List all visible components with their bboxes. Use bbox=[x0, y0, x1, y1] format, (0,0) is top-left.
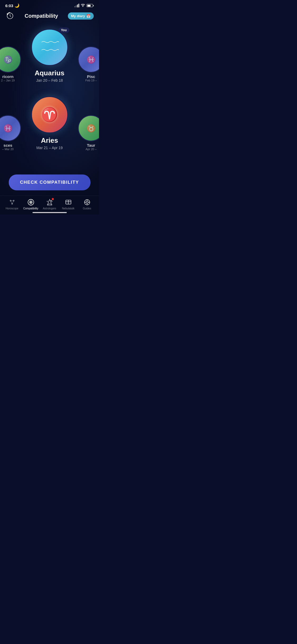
zodiac-pisces-top[interactable]: ♓ Pisc Feb 19 – bbox=[78, 46, 99, 82]
cta-section: CHECK COMPATIBILITY bbox=[0, 169, 99, 196]
pisces-bottom-symbol: ♓ bbox=[3, 124, 13, 133]
capricorn-name: ricorn bbox=[2, 74, 14, 79]
svg-point-0 bbox=[83, 6, 83, 7]
nebulatalk-label: Nebulatalk bbox=[62, 207, 74, 210]
header: Compatibility My diary 📅 bbox=[0, 9, 99, 24]
zodiac-aries-center[interactable]: ♈ Aries Mar 21 – Apr 19 bbox=[31, 96, 68, 150]
page-title: Compatibility bbox=[25, 13, 58, 19]
pisces-bottom-dates: – Mar 20 bbox=[2, 148, 13, 151]
aquarius-orb: You bbox=[31, 29, 68, 66]
guides-icon bbox=[83, 199, 91, 206]
moon-icon: 🌙 bbox=[15, 3, 20, 8]
zodiac-pisces-bottom[interactable]: ♓ sces – Mar 20 bbox=[0, 115, 21, 151]
svg-point-10 bbox=[30, 202, 31, 203]
aries-orb: ♈ bbox=[31, 96, 68, 133]
compatibility-icon bbox=[27, 199, 35, 206]
my-diary-button[interactable]: My diary 📅 bbox=[68, 12, 94, 20]
astrologers-icon bbox=[46, 199, 53, 206]
svg-point-13 bbox=[51, 200, 51, 201]
status-icons bbox=[74, 3, 94, 8]
zodiac-capricorn[interactable]: ♑ ricorn 2 – Jan 19 bbox=[0, 46, 21, 82]
aries-name: Aries bbox=[41, 136, 58, 145]
zodiac-aquarius-center[interactable]: You Aquarius Jan 20 – Feb 18 bbox=[31, 29, 68, 82]
wifi-icon bbox=[81, 3, 85, 8]
signal-icon bbox=[74, 4, 79, 7]
time-display: 6:03 bbox=[5, 3, 13, 8]
diary-icon: 📅 bbox=[86, 14, 91, 18]
nav-item-astrologers[interactable]: Astrologers bbox=[42, 199, 58, 210]
bottom-nav: Horoscope Compatibility bbox=[0, 196, 99, 211]
capricorn-dates: 2 – Jan 19 bbox=[1, 79, 15, 82]
nav-item-horoscope[interactable]: Horoscope bbox=[4, 199, 20, 210]
nav-item-nebulatalk[interactable]: Nebulatalk bbox=[60, 199, 76, 210]
compatibility-label: Compatibility bbox=[23, 207, 38, 210]
home-bar bbox=[32, 212, 67, 213]
svg-line-7 bbox=[12, 201, 14, 204]
aries-dates: Mar 21 – Apr 19 bbox=[36, 146, 63, 150]
aquarius-name: Aquarius bbox=[35, 69, 64, 77]
nebulatalk-icon bbox=[65, 199, 72, 206]
history-button[interactable] bbox=[5, 11, 15, 21]
home-indicator bbox=[0, 213, 99, 215]
svg-point-18 bbox=[86, 201, 88, 203]
carousel-section: ♑ ricorn 2 – Jan 19 You bbox=[0, 24, 99, 169]
top-carousel-row: ♑ ricorn 2 – Jan 19 You bbox=[0, 26, 99, 85]
pisces-top-symbol: ♓ bbox=[87, 55, 96, 64]
status-bar: 6:03 🌙 bbox=[0, 0, 99, 9]
svg-point-12 bbox=[47, 204, 52, 206]
taurus-name: Taur bbox=[87, 143, 95, 148]
pisces-top-dates: Feb 19 – bbox=[85, 79, 97, 82]
zodiac-taurus[interactable]: ♉ Taur Apr 20 – bbox=[78, 115, 99, 151]
nav-item-compatibility[interactable]: Compatibility bbox=[23, 199, 39, 210]
battery-icon bbox=[87, 4, 94, 7]
horoscope-label: Horoscope bbox=[6, 207, 18, 210]
aries-symbol: ♈ bbox=[41, 107, 58, 123]
pisces-top-name: Pisc bbox=[87, 74, 95, 79]
status-time: 6:03 🌙 bbox=[5, 3, 20, 8]
astrologers-notification-badge bbox=[52, 198, 54, 200]
capricorn-symbol: ♑ bbox=[3, 55, 13, 64]
bottom-carousel-row: ♓ sces – Mar 20 ♈ Aries Mar 21 – Apr 19 … bbox=[0, 93, 99, 153]
you-badge: You bbox=[58, 27, 69, 33]
pisces-bottom-name: sces bbox=[3, 143, 12, 148]
svg-line-6 bbox=[11, 201, 12, 204]
check-compatibility-button[interactable]: CHECK COMPATIBILITY bbox=[9, 174, 91, 190]
astrologers-label: Astrologers bbox=[43, 207, 56, 210]
guides-label: Guides bbox=[83, 207, 91, 210]
horoscope-icon bbox=[8, 199, 16, 206]
aquarius-symbol bbox=[40, 40, 59, 54]
taurus-dates: Apr 20 – bbox=[86, 148, 97, 151]
aquarius-dates: Jan 20 – Feb 18 bbox=[36, 78, 63, 82]
nav-item-guides[interactable]: Guides bbox=[79, 199, 95, 210]
taurus-symbol: ♉ bbox=[87, 124, 96, 133]
